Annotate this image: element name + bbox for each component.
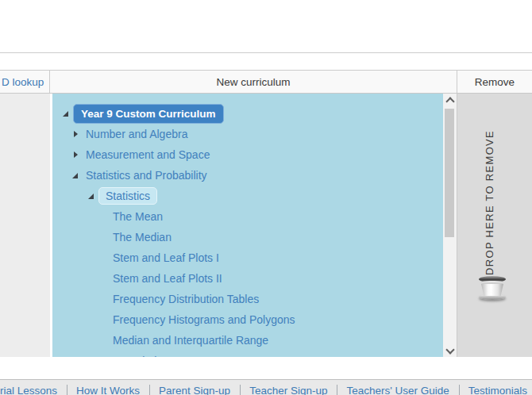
footer-link[interactable]: How It Works: [67, 385, 149, 395]
tree-node-label[interactable]: Number and Algebra: [83, 126, 191, 142]
tree-toggle-icon[interactable]: [71, 150, 79, 159]
tree-node-label[interactable]: Statistics: [98, 187, 157, 205]
tree-row[interactable]: Statistics and Probability: [52, 165, 443, 186]
footer-link[interactable]: rial Lessons: [0, 385, 67, 395]
tree-row[interactable]: Year 9 Custom Curriculum: [52, 103, 443, 124]
remove-title: Remove: [475, 76, 515, 88]
page: D lookup New curriculum Remove Year 9 Cu…: [0, 0, 532, 395]
tree-toggle-icon[interactable]: [87, 191, 95, 201]
tree-node-label[interactable]: Year 9 Custom Curriculum: [73, 104, 224, 124]
tree-row[interactable]: The Mean: [52, 206, 443, 227]
tree-row[interactable]: Statistics: [52, 186, 443, 206]
footer-gap: [0, 357, 532, 379]
trash-bin-icon[interactable]: [478, 276, 507, 308]
tree-node-label[interactable]: Frequency Histograms and Polygons: [110, 312, 299, 328]
column-header-new-curriculum: New curriculum: [50, 71, 457, 93]
curriculum-tree-cell: Year 9 Custom Curriculum Number and Alge…: [50, 94, 457, 357]
tree-row[interactable]: Cumulative Frequency: [52, 351, 443, 357]
tree-node-label[interactable]: The Median: [110, 229, 175, 245]
lookup-link[interactable]: D lookup: [2, 76, 44, 88]
header-gap: [0, 53, 532, 70]
tree-node-label[interactable]: Stem and Leaf Plots I: [110, 250, 222, 266]
tree-row[interactable]: Measurement and Space: [52, 144, 443, 165]
tree-row[interactable]: Stem and Leaf Plots II: [52, 268, 443, 289]
new-curriculum-title: New curriculum: [216, 76, 290, 88]
tree-toggle-icon[interactable]: [71, 129, 79, 139]
footer: rial Lessons How It Works Parent Sign-up…: [0, 379, 532, 395]
table-header: D lookup New curriculum Remove: [0, 70, 532, 94]
tree-node-label[interactable]: Frequency Distribution Tables: [110, 291, 262, 307]
drop-here-label: DROP HERE TO REMOVE: [484, 130, 495, 275]
column-header-lookup: D lookup: [0, 71, 50, 93]
footer-link[interactable]: Teacher Sign-up: [240, 385, 337, 395]
tree-row[interactable]: Frequency Histograms and Polygons: [52, 309, 443, 330]
left-panel: [0, 94, 50, 357]
scrollbar-thumb[interactable]: [445, 109, 454, 237]
tree-node-label[interactable]: The Mean: [110, 209, 166, 224]
top-whitespace: [0, 0, 532, 52]
tree-row[interactable]: Number and Algebra: [52, 124, 443, 144]
trash-body: [481, 284, 503, 296]
tree-scrollbar[interactable]: [443, 94, 457, 357]
tree-toggle-icon[interactable]: [62, 109, 70, 118]
main-area: Year 9 Custom Curriculum Number and Alge…: [0, 94, 532, 357]
tree-row[interactable]: The Median: [52, 227, 443, 247]
tree-node-label[interactable]: Statistics and Probability: [83, 167, 210, 183]
curriculum-tree: Year 9 Custom Curriculum Number and Alge…: [52, 94, 443, 357]
tree-node-label[interactable]: Median and Interquartile Range: [110, 332, 272, 348]
tree-toggle-icon[interactable]: [71, 171, 79, 180]
column-header-remove: Remove: [457, 71, 532, 93]
tree-node-label[interactable]: Stem and Leaf Plots II: [110, 270, 226, 286]
scroll-down-icon[interactable]: [443, 345, 457, 357]
tree-node-label[interactable]: Cumulative Frequency: [110, 353, 227, 357]
footer-link[interactable]: Teachers' User Guide: [337, 385, 458, 395]
tree-node-label[interactable]: Measurement and Space: [83, 147, 213, 163]
tree-row[interactable]: Stem and Leaf Plots I: [52, 247, 443, 268]
tree-row[interactable]: Median and Interquartile Range: [52, 330, 443, 351]
footer-link[interactable]: Testimonials: [459, 385, 532, 395]
footer-link[interactable]: Parent Sign-up: [149, 385, 240, 395]
tree-row[interactable]: Frequency Distribution Tables: [52, 289, 443, 309]
scroll-up-icon[interactable]: [443, 94, 457, 105]
remove-drop-zone[interactable]: DROP HERE TO REMOVE: [457, 94, 532, 357]
